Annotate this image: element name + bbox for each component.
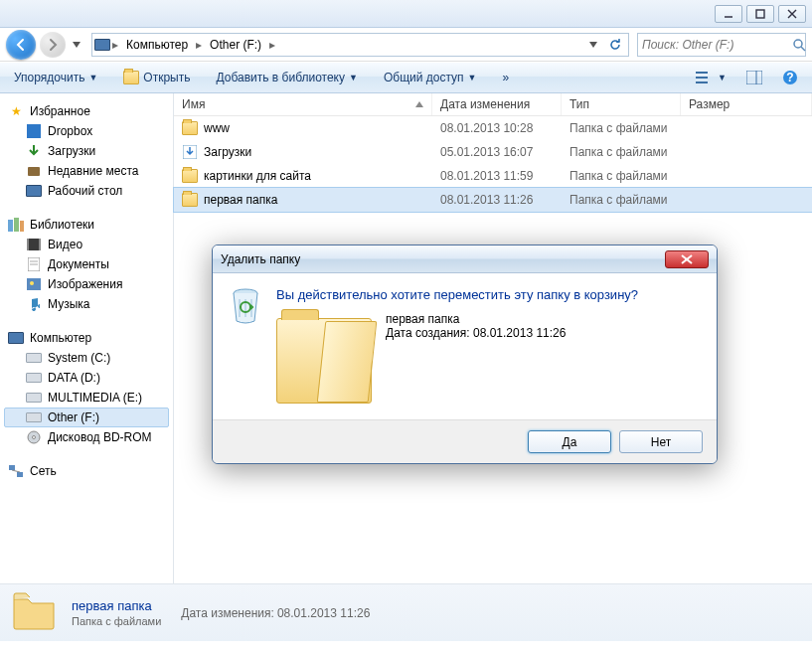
dialog-titlebar[interactable]: Удалить папку (213, 245, 717, 273)
dialog-created-label: Дата создания: (386, 326, 470, 340)
delete-folder-dialog: Удалить папку Вы действительно хотите пе… (212, 245, 718, 464)
dialog-title-text: Удалить папку (221, 252, 300, 266)
dialog-created-value: 08.01.2013 11:26 (473, 326, 566, 340)
folder-large-icon (276, 318, 372, 404)
modal-overlay: Удалить папку Вы действительно хотите пе… (0, 0, 812, 653)
dialog-close-button[interactable] (665, 250, 709, 268)
recycle-bin-icon (229, 287, 262, 325)
no-button[interactable]: Нет (619, 430, 703, 453)
dialog-question: Вы действительно хотите переместить эту … (276, 287, 701, 302)
yes-button[interactable]: Да (528, 430, 611, 453)
dialog-item-name: первая папка (386, 312, 566, 326)
dialog-created-line: Дата создания: 08.01.2013 11:26 (386, 326, 566, 340)
